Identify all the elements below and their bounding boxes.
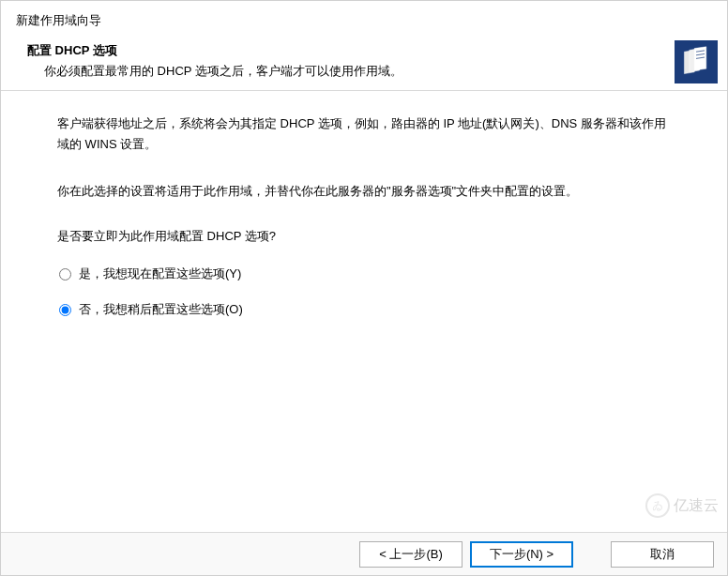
wizard-footer: < 上一步(B) 下一步(N) > 取消 [1, 532, 727, 575]
radio-yes-label: 是，我想现在配置这些选项(Y) [79, 265, 241, 282]
radio-no-input[interactable] [59, 304, 71, 316]
wizard-description: 你必须配置最常用的 DHCP 选项之后，客户端才可以使用作用域。 [44, 63, 712, 80]
wizard-content: 客户端获得地址之后，系统将会为其指定 DHCP 选项，例如，路由器的 IP 地址… [1, 91, 727, 532]
radio-no-label: 否，我想稍后配置这些选项(O) [79, 301, 243, 318]
content-question: 是否要立即为此作用域配置 DHCP 选项? [57, 228, 671, 245]
radio-yes-input[interactable] [59, 268, 71, 280]
back-button[interactable]: < 上一步(B) [359, 541, 463, 568]
wizard-subtitle: 配置 DHCP 选项 [27, 42, 712, 59]
next-button[interactable]: 下一步(N) > [470, 541, 573, 568]
documents-icon [675, 40, 718, 83]
content-paragraph-2: 你在此选择的设置将适用于此作用域，并替代你在此服务器的"服务器选项"文件夹中配置… [57, 181, 671, 202]
radio-option-yes[interactable]: 是，我想现在配置这些选项(Y) [59, 265, 671, 282]
wizard-header: 新建作用域向导 配置 DHCP 选项 你必须配置最常用的 DHCP 选项之后，客… [1, 1, 727, 91]
wizard-title: 新建作用域向导 [16, 12, 712, 29]
radio-group: 是，我想现在配置这些选项(Y) 否，我想稍后配置这些选项(O) [59, 265, 671, 318]
content-paragraph-1: 客户端获得地址之后，系统将会为其指定 DHCP 选项，例如，路由器的 IP 地址… [57, 114, 671, 155]
wizard-dialog: 新建作用域向导 配置 DHCP 选项 你必须配置最常用的 DHCP 选项之后，客… [0, 0, 728, 576]
cancel-button[interactable]: 取消 [611, 541, 714, 568]
radio-option-no[interactable]: 否，我想稍后配置这些选项(O) [59, 301, 671, 318]
